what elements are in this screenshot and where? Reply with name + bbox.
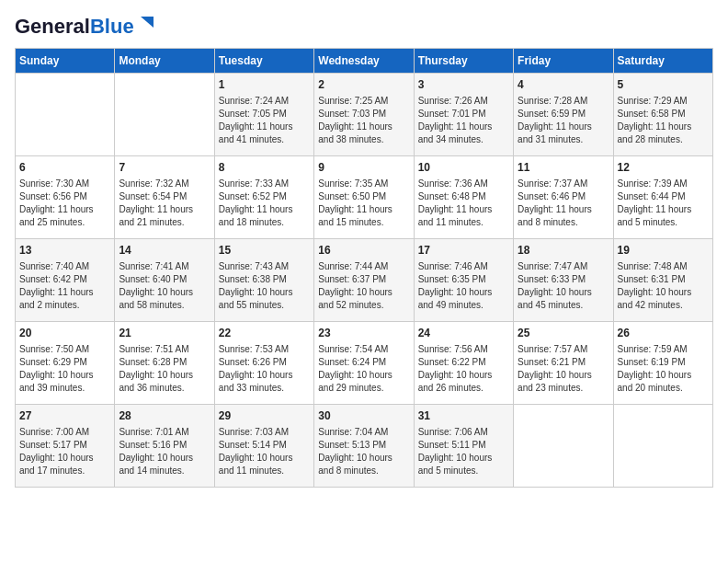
cell-content: Sunrise: 7:37 AM Sunset: 6:46 PM Dayligh…	[518, 178, 609, 229]
day-number: 29	[219, 408, 310, 424]
weekday-header-friday: Friday	[514, 49, 613, 74]
calendar-cell: 1Sunrise: 7:24 AM Sunset: 7:05 PM Daylig…	[214, 74, 313, 156]
day-number: 6	[19, 160, 110, 176]
cell-content: Sunrise: 7:48 AM Sunset: 6:31 PM Dayligh…	[618, 260, 709, 312]
day-number: 30	[318, 408, 409, 424]
calendar-week-3: 13Sunrise: 7:40 AM Sunset: 6:42 PM Dayli…	[16, 239, 713, 322]
day-number: 22	[219, 326, 310, 341]
cell-content: Sunrise: 7:47 AM Sunset: 6:33 PM Dayligh…	[518, 260, 609, 312]
day-number: 15	[219, 243, 310, 259]
weekday-header-monday: Monday	[115, 49, 214, 74]
day-number: 25	[518, 326, 609, 341]
calendar-cell: 12Sunrise: 7:39 AM Sunset: 6:44 PM Dayli…	[613, 156, 712, 239]
cell-content: Sunrise: 7:57 AM Sunset: 6:21 PM Dayligh…	[518, 343, 609, 395]
calendar-cell: 18Sunrise: 7:47 AM Sunset: 6:33 PM Dayli…	[514, 239, 613, 322]
day-number: 9	[318, 160, 409, 176]
day-number: 8	[219, 160, 310, 176]
day-number: 1	[219, 77, 310, 93]
day-number: 5	[618, 77, 709, 93]
calendar-cell: 9Sunrise: 7:35 AM Sunset: 6:50 PM Daylig…	[314, 156, 414, 239]
day-number: 14	[119, 243, 210, 259]
calendar-cell: 2Sunrise: 7:25 AM Sunset: 7:03 PM Daylig…	[314, 74, 414, 156]
cell-content: Sunrise: 7:59 AM Sunset: 6:19 PM Dayligh…	[618, 343, 709, 395]
day-number: 19	[618, 243, 709, 259]
cell-content: Sunrise: 7:51 AM Sunset: 6:28 PM Dayligh…	[119, 343, 210, 395]
calendar-cell: 14Sunrise: 7:41 AM Sunset: 6:40 PM Dayli…	[115, 239, 214, 322]
calendar-cell: 5Sunrise: 7:29 AM Sunset: 6:58 PM Daylig…	[613, 74, 712, 156]
cell-content: Sunrise: 7:36 AM Sunset: 6:48 PM Dayligh…	[418, 178, 509, 229]
cell-content: Sunrise: 7:24 AM Sunset: 7:05 PM Dayligh…	[219, 95, 310, 146]
cell-content: Sunrise: 7:32 AM Sunset: 6:54 PM Dayligh…	[119, 178, 210, 229]
day-number: 27	[19, 408, 110, 424]
day-number: 3	[418, 77, 509, 93]
cell-content: Sunrise: 7:39 AM Sunset: 6:44 PM Dayligh…	[618, 178, 709, 229]
day-number: 11	[518, 160, 609, 176]
calendar-cell: 4Sunrise: 7:28 AM Sunset: 6:59 PM Daylig…	[514, 74, 613, 156]
day-number: 18	[518, 243, 609, 259]
cell-content: Sunrise: 7:28 AM Sunset: 6:59 PM Dayligh…	[518, 95, 609, 146]
cell-content: Sunrise: 7:40 AM Sunset: 6:42 PM Dayligh…	[19, 260, 110, 312]
calendar-cell	[115, 74, 214, 156]
weekday-header-tuesday: Tuesday	[214, 49, 313, 74]
cell-content: Sunrise: 7:53 AM Sunset: 6:26 PM Dayligh…	[219, 343, 310, 395]
calendar-cell: 24Sunrise: 7:56 AM Sunset: 6:22 PM Dayli…	[414, 322, 513, 405]
cell-content: Sunrise: 7:00 AM Sunset: 5:17 PM Dayligh…	[19, 426, 110, 477]
cell-content: Sunrise: 7:43 AM Sunset: 6:38 PM Dayligh…	[219, 260, 310, 312]
cell-content: Sunrise: 7:26 AM Sunset: 7:01 PM Dayligh…	[418, 95, 509, 146]
calendar-cell: 28Sunrise: 7:01 AM Sunset: 5:16 PM Dayli…	[115, 405, 214, 488]
calendar-cell: 13Sunrise: 7:40 AM Sunset: 6:42 PM Dayli…	[16, 239, 115, 322]
cell-content: Sunrise: 7:29 AM Sunset: 6:58 PM Dayligh…	[618, 95, 709, 146]
calendar-cell: 3Sunrise: 7:26 AM Sunset: 7:01 PM Daylig…	[414, 74, 513, 156]
logo-general: General	[15, 15, 90, 38]
day-number: 4	[518, 77, 609, 93]
cell-content: Sunrise: 7:54 AM Sunset: 6:24 PM Dayligh…	[318, 343, 409, 395]
cell-content: Sunrise: 7:01 AM Sunset: 5:16 PM Dayligh…	[119, 426, 210, 477]
calendar-cell: 16Sunrise: 7:44 AM Sunset: 6:37 PM Dayli…	[314, 239, 414, 322]
calendar-cell: 11Sunrise: 7:37 AM Sunset: 6:46 PM Dayli…	[514, 156, 613, 239]
weekday-header-saturday: Saturday	[613, 49, 712, 74]
day-number: 13	[19, 243, 110, 259]
day-number: 2	[318, 77, 409, 93]
calendar-cell: 15Sunrise: 7:43 AM Sunset: 6:38 PM Dayli…	[214, 239, 313, 322]
cell-content: Sunrise: 7:04 AM Sunset: 5:13 PM Dayligh…	[318, 426, 409, 477]
cell-content: Sunrise: 7:30 AM Sunset: 6:56 PM Dayligh…	[19, 178, 110, 229]
cell-content: Sunrise: 7:33 AM Sunset: 6:52 PM Dayligh…	[219, 178, 310, 229]
calendar-table: SundayMondayTuesdayWednesdayThursdayFrid…	[15, 48, 713, 488]
calendar-week-1: 1Sunrise: 7:24 AM Sunset: 7:05 PM Daylig…	[16, 74, 713, 156]
calendar-cell: 6Sunrise: 7:30 AM Sunset: 6:56 PM Daylig…	[16, 156, 115, 239]
weekday-header-sunday: Sunday	[16, 49, 115, 74]
day-number: 26	[618, 326, 709, 341]
weekday-header-wednesday: Wednesday	[314, 49, 414, 74]
logo-icon	[137, 15, 154, 31]
cell-content: Sunrise: 7:50 AM Sunset: 6:29 PM Dayligh…	[19, 343, 110, 395]
cell-content: Sunrise: 7:41 AM Sunset: 6:40 PM Dayligh…	[119, 260, 210, 312]
calendar-cell: 21Sunrise: 7:51 AM Sunset: 6:28 PM Dayli…	[115, 322, 214, 405]
weekday-header-row: SundayMondayTuesdayWednesdayThursdayFrid…	[16, 49, 713, 74]
logo: GeneralBlue	[15, 15, 154, 37]
logo-text: GeneralBlue	[15, 17, 134, 37]
calendar-cell: 20Sunrise: 7:50 AM Sunset: 6:29 PM Dayli…	[16, 322, 115, 405]
calendar-cell: 8Sunrise: 7:33 AM Sunset: 6:52 PM Daylig…	[214, 156, 313, 239]
day-number: 17	[418, 243, 509, 259]
day-number: 7	[119, 160, 210, 176]
cell-content: Sunrise: 7:35 AM Sunset: 6:50 PM Dayligh…	[318, 178, 409, 229]
calendar-week-4: 20Sunrise: 7:50 AM Sunset: 6:29 PM Dayli…	[16, 322, 713, 405]
calendar-cell: 10Sunrise: 7:36 AM Sunset: 6:48 PM Dayli…	[414, 156, 513, 239]
day-number: 16	[318, 243, 409, 259]
day-number: 21	[119, 326, 210, 341]
day-number: 10	[418, 160, 509, 176]
logo-blue: Blue	[90, 15, 134, 38]
cell-content: Sunrise: 7:44 AM Sunset: 6:37 PM Dayligh…	[318, 260, 409, 312]
calendar-cell: 30Sunrise: 7:04 AM Sunset: 5:13 PM Dayli…	[314, 405, 414, 488]
cell-content: Sunrise: 7:06 AM Sunset: 5:11 PM Dayligh…	[418, 426, 509, 477]
calendar-cell: 17Sunrise: 7:46 AM Sunset: 6:35 PM Dayli…	[414, 239, 513, 322]
cell-content: Sunrise: 7:25 AM Sunset: 7:03 PM Dayligh…	[318, 95, 409, 146]
weekday-header-thursday: Thursday	[414, 49, 513, 74]
calendar-cell	[514, 405, 613, 488]
svg-marker-0	[141, 17, 154, 28]
day-number: 31	[418, 408, 509, 424]
calendar-cell: 7Sunrise: 7:32 AM Sunset: 6:54 PM Daylig…	[115, 156, 214, 239]
cell-content: Sunrise: 7:46 AM Sunset: 6:35 PM Dayligh…	[418, 260, 509, 312]
calendar-cell	[613, 405, 712, 488]
cell-content: Sunrise: 7:56 AM Sunset: 6:22 PM Dayligh…	[418, 343, 509, 395]
